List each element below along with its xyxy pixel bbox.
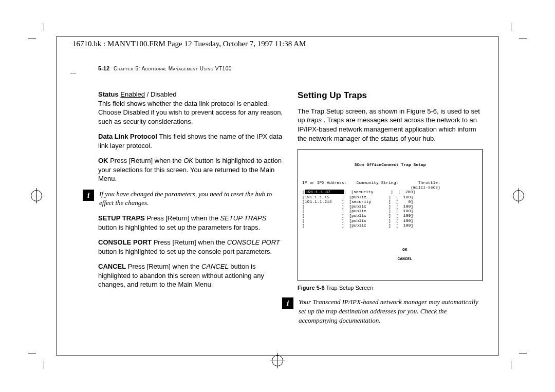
console-desc1: Press [Return] when the	[154, 238, 227, 246]
status-disabled: / Disabled	[147, 90, 177, 98]
info-note-1-text: If you have changed the parameters, you …	[99, 190, 283, 208]
console-label: CONSOLE PORT	[98, 238, 152, 246]
figure-caption: Figure 5-6 Trap Setup Screen	[298, 284, 483, 292]
frame-header: 16710.bk : MANVT100.FRM Page 12 Tuesday,…	[72, 40, 306, 48]
dlp-label: Data Link Protocol	[98, 133, 157, 140]
info-icon: i	[282, 297, 293, 309]
console-desc2: button is highlighted to set up the cons…	[98, 248, 272, 255]
ok-ital: OK	[183, 157, 193, 164]
decorative-dots: ∙∙∙∙∙∙∙∙∙	[70, 70, 483, 76]
setup-desc1: Press [Return] when the	[146, 214, 220, 222]
page-frame: 16710.bk : MANVT100.FRM Page 12 Tuesday,…	[57, 36, 498, 356]
page-number: 5-12	[98, 65, 109, 71]
info-icon: i	[83, 190, 94, 201]
left-column: Status Enabled / Disabled This field sho…	[98, 90, 283, 331]
right-column: Setting Up Traps The Trap Setup screen, …	[298, 90, 483, 331]
console-ital: CONSOLE PORT	[227, 238, 280, 246]
setup-desc2: button is highlighted to set up the para…	[98, 223, 260, 231]
page-content: 5-12 Chapter 5: Additional Management Us…	[98, 65, 483, 350]
info-note-2: i Your Transcend IP/IPX-based network ma…	[298, 297, 483, 325]
cancel-label: CANCEL	[98, 263, 126, 270]
chapter-title: Chapter 5: Additional Management Using V…	[114, 66, 232, 71]
info-note-1: i If you have changed the parameters, yo…	[98, 190, 283, 208]
trap-setup-screenshot: 3Com OfficeConnect Trap Setup IP or IPX …	[298, 149, 483, 281]
intro-ital: traps	[307, 116, 322, 124]
fig-cancel-button: CANCEL	[397, 256, 412, 261]
status-enabled: Enabled	[120, 90, 145, 98]
info-note-2-text: Your Transcend IP/IPX-based network mana…	[299, 297, 483, 325]
cancel-desc1: Press [Return] when the	[128, 263, 201, 270]
status-desc: This field shows whether the data link p…	[98, 100, 283, 125]
fig-title: 3Com OfficeConnect Trap Setup	[302, 162, 478, 167]
ok-label: OK	[98, 157, 108, 164]
setup-label: SETUP TRAPS	[98, 214, 145, 222]
ok-desc1: Press [Return] when the	[110, 157, 183, 164]
intro2: . Traps are messages sent across the net…	[298, 116, 477, 142]
section-heading: Setting Up Traps	[298, 90, 483, 102]
cancel-ital: CANCEL	[201, 263, 229, 270]
setup-ital: SETUP TRAPS	[220, 214, 266, 222]
status-label: Status	[98, 90, 119, 98]
fig-ok-button: OK	[402, 247, 408, 252]
